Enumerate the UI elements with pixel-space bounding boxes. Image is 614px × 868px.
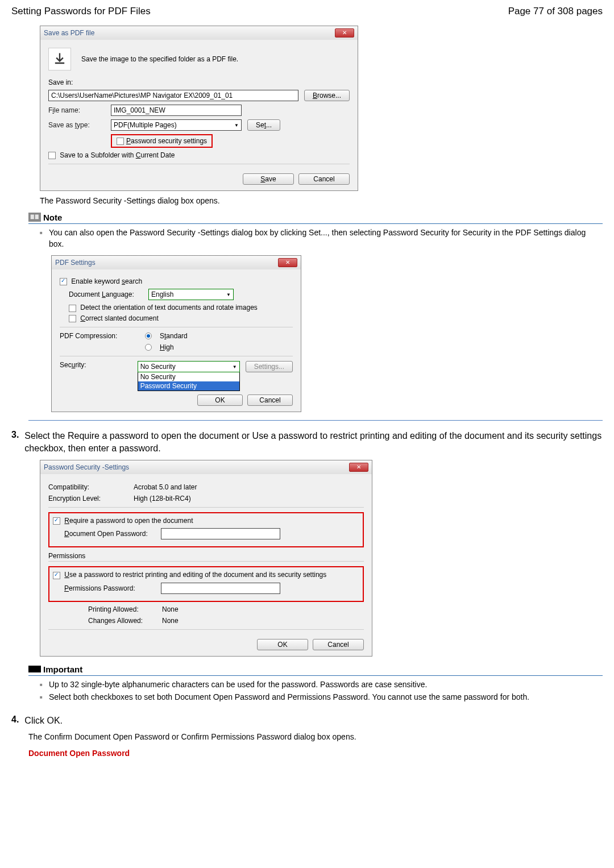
important-heading: Important [28, 665, 603, 674]
dialog-title: PDF Settings [55, 259, 96, 267]
print-allowed-label: Printing Allowed: [88, 605, 156, 613]
doclang-dropdown[interactable]: English▼ [148, 289, 234, 300]
compat-label: Compatibility: [48, 483, 128, 491]
cancel-button[interactable]: Cancel [313, 639, 364, 650]
standard-radio[interactable] [145, 333, 152, 339]
high-label: High [160, 343, 174, 351]
step-3-text: Select the Require a password to open th… [24, 430, 603, 455]
doclang-label: Document Language: [69, 290, 143, 298]
cancel-button[interactable]: Cancel [247, 394, 293, 406]
save-in-label: Save in: [48, 78, 350, 86]
body-text-1: The Password Security -Settings dialog b… [40, 196, 603, 207]
pdf-settings-dialog: PDF Settings ✕ Enable keyword search Doc… [51, 255, 301, 412]
save-button[interactable]: Save [243, 173, 294, 185]
perm-pw-input[interactable] [161, 583, 280, 594]
doc-open-pw-heading: Document Open Password [28, 749, 603, 758]
step-3-number: 3. [11, 430, 19, 455]
security-options[interactable]: No Security Password Security [138, 372, 240, 391]
changes-allowed-value: None [162, 617, 179, 625]
step-4-number: 4. [11, 715, 19, 727]
pw-security-checkbox[interactable] [117, 138, 124, 145]
option-no-security[interactable]: No Security [138, 372, 239, 381]
detect-label: Detect the orientation of text documents… [80, 304, 258, 312]
save-arrow-icon [48, 48, 71, 70]
settings-button: Settings... [246, 361, 293, 372]
close-icon[interactable]: ✕ [335, 28, 354, 38]
require-pw-checkbox[interactable] [53, 517, 60, 525]
compat-value: Acrobat 5.0 and later [134, 483, 197, 491]
save-path-input[interactable]: C:\Users\UserName\Pictures\MP Navigator … [48, 90, 298, 101]
print-allowed-value: None [162, 605, 179, 613]
enable-keyword-label: Enable keyword search [71, 277, 142, 285]
use-pw-label: Use a password to restrict printing and … [64, 571, 326, 579]
page-title: Setting Passwords for PDF Files [11, 6, 151, 17]
cancel-button[interactable]: Cancel [298, 173, 350, 185]
ok-button[interactable]: OK [197, 394, 243, 406]
important-item-2: Select both checkboxes to set both Docum… [49, 692, 603, 703]
correct-checkbox[interactable] [69, 315, 76, 322]
important-item-1: Up to 32 single-byte alphanumeric charac… [49, 679, 603, 691]
body-text-4: The Confirm Document Open Password or Co… [28, 732, 603, 743]
note-heading: ≣≣ Note [28, 213, 603, 222]
enc-label: Encryption Level: [48, 495, 128, 502]
doc-open-pw-input[interactable] [161, 528, 280, 539]
standard-label: Standard [160, 332, 188, 340]
type-label: Save as type: [48, 121, 105, 129]
require-pw-label: Require a password to open the document [64, 517, 193, 525]
security-dropdown[interactable]: No Security▼ [138, 361, 240, 372]
option-password-security[interactable]: Password Security [138, 381, 239, 391]
save-type-dropdown[interactable]: PDF(Multiple Pages)▼ [111, 119, 242, 131]
subfolder-label: Save to a Subfolder with Current Date [60, 151, 175, 159]
close-icon[interactable]: ✕ [349, 463, 368, 472]
set-button[interactable]: Set... [247, 119, 280, 131]
changes-allowed-label: Changes Allowed: [88, 617, 156, 625]
close-icon[interactable]: ✕ [278, 258, 297, 267]
permissions-heading: Permissions [48, 552, 364, 560]
compression-label: PDF Compression: [60, 332, 139, 340]
perm-pw-label: Permissions Password: [64, 584, 155, 592]
enable-keyword-checkbox[interactable] [60, 278, 67, 285]
pw-security-label: Password security settings [126, 137, 207, 145]
subfolder-checkbox[interactable] [48, 152, 56, 159]
important-icon [28, 666, 41, 672]
save-as-pdf-dialog: Save as PDF file ✕ Save the image to the… [40, 26, 358, 191]
enc-value: High (128-bit-RC4) [134, 495, 191, 502]
note-item-1: You can also open the Password Security … [49, 227, 603, 250]
step-4-text: Click OK. [24, 715, 63, 727]
browse-button[interactable]: BBrowse...rowse... [304, 90, 350, 101]
dialog-title: Password Security -Settings [44, 463, 129, 471]
high-radio[interactable] [145, 344, 152, 351]
filename-input[interactable]: IMG_0001_NEW [111, 105, 242, 116]
filename-label: File name: [48, 106, 105, 114]
instruction-text: Save the image to the specified folder a… [81, 55, 238, 63]
note-icon: ≣≣ [28, 213, 41, 222]
security-label: Security: [60, 361, 132, 369]
detect-checkbox[interactable] [69, 305, 76, 312]
correct-label: Correct slanted document [80, 314, 158, 322]
dialog-title: Save as PDF file [44, 29, 94, 37]
password-security-dialog: Password Security -Settings ✕ Compatibil… [40, 460, 372, 657]
doc-open-pw-label: Document Open Password: [64, 530, 155, 538]
use-pw-checkbox[interactable] [53, 572, 60, 579]
ok-button[interactable]: OK [257, 639, 308, 650]
page-number: Page 77 of 308 pages [508, 6, 603, 17]
